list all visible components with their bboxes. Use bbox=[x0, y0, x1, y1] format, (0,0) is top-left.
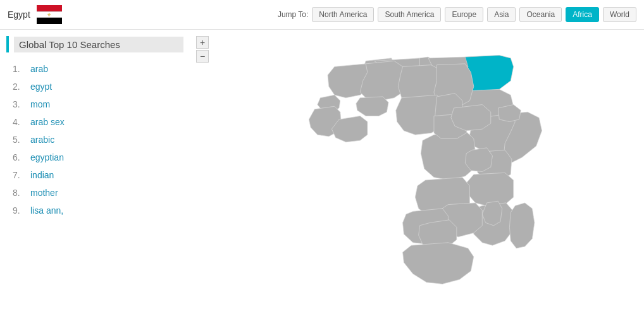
header: Egypt ⚜ Jump To: North America South Ame… bbox=[0, 0, 644, 30]
zoom-out-button[interactable]: − bbox=[196, 50, 209, 63]
term-mom[interactable]: mom bbox=[30, 99, 50, 109]
list-item: 8. mother bbox=[0, 184, 190, 202]
list-item: 7. indian bbox=[0, 166, 190, 184]
flag-black-stripe bbox=[37, 18, 62, 24]
zoom-in-button[interactable]: + bbox=[196, 36, 209, 49]
egypt-flag: ⚜ bbox=[37, 5, 62, 24]
rank-3: 3. bbox=[13, 99, 30, 109]
country-info: Egypt ⚜ bbox=[8, 5, 62, 24]
list-item: 2. egypt bbox=[0, 78, 190, 95]
rank-7: 7. bbox=[13, 170, 30, 180]
sidebar-title-bar: Global Top 10 Searches bbox=[0, 36, 190, 52]
jump-oceania[interactable]: Oceania bbox=[519, 7, 562, 22]
jump-label: Jump To: bbox=[278, 10, 308, 19]
term-arab-sex[interactable]: arab sex bbox=[30, 117, 65, 127]
rank-9: 9. bbox=[13, 205, 30, 216]
africa-map bbox=[190, 30, 644, 331]
rank-5: 5. bbox=[13, 135, 30, 145]
term-indian[interactable]: indian bbox=[30, 170, 54, 180]
zoom-controls: + − bbox=[196, 36, 209, 63]
rank-2: 2. bbox=[13, 82, 30, 92]
jump-europe[interactable]: Europe bbox=[445, 7, 483, 22]
list-item: 9. lisa ann, bbox=[0, 202, 190, 219]
flag-red-stripe bbox=[37, 5, 62, 11]
term-egyptian[interactable]: egyptian bbox=[30, 152, 64, 162]
rank-6: 6. bbox=[13, 152, 30, 162]
sidebar: Global Top 10 Searches 1. arab 2. egypt … bbox=[0, 30, 190, 331]
sidebar-title: Global Top 10 Searches bbox=[14, 37, 183, 52]
jump-south-america[interactable]: South America bbox=[378, 7, 441, 22]
list-item: 4. arab sex bbox=[0, 113, 190, 131]
country-name: Egypt bbox=[8, 9, 30, 20]
list-item: 3. mom bbox=[0, 95, 190, 113]
term-lisa-ann[interactable]: lisa ann, bbox=[30, 205, 63, 216]
jump-africa[interactable]: Africa bbox=[566, 7, 599, 22]
jump-north-america[interactable]: North America bbox=[312, 7, 374, 22]
main-content: Global Top 10 Searches 1. arab 2. egypt … bbox=[0, 30, 644, 331]
jump-world[interactable]: World bbox=[603, 7, 636, 22]
term-egypt[interactable]: egypt bbox=[30, 82, 52, 92]
term-arabic[interactable]: arabic bbox=[30, 135, 54, 145]
list-item: 6. egyptian bbox=[0, 149, 190, 166]
jump-asia[interactable]: Asia bbox=[487, 7, 516, 22]
rank-1: 1. bbox=[13, 64, 30, 74]
eagle-emblem: ⚜ bbox=[47, 12, 51, 18]
sidebar-accent-bar bbox=[6, 36, 9, 52]
list-item: 1. arab bbox=[0, 60, 190, 78]
list-item: 5. arabic bbox=[0, 131, 190, 149]
rank-4: 4. bbox=[13, 117, 30, 127]
flag-white-stripe: ⚜ bbox=[37, 11, 62, 18]
map-container[interactable] bbox=[190, 30, 644, 331]
rank-8: 8. bbox=[13, 188, 30, 198]
term-arab[interactable]: arab bbox=[30, 64, 48, 74]
term-mother[interactable]: mother bbox=[30, 188, 58, 198]
jump-to-nav: Jump To: North America South America Eur… bbox=[278, 7, 636, 22]
